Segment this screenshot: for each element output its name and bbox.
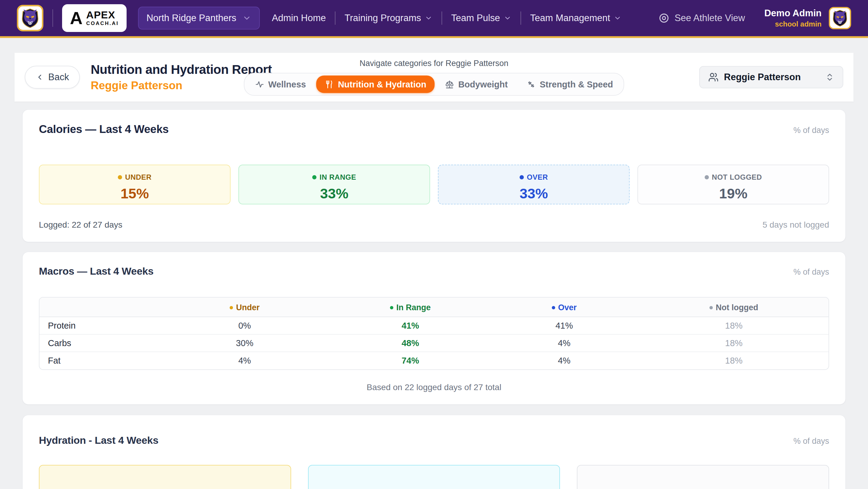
nav-separator — [335, 11, 336, 25]
not-logged-value: 19% — [638, 185, 829, 202]
team-selector-dropdown[interactable]: North Ridge Panthers — [138, 7, 260, 30]
column-header-under: Under — [158, 298, 332, 317]
nav-separator — [521, 11, 521, 25]
chevron-down-icon — [242, 13, 251, 23]
macros-unit-label: % of days — [793, 267, 829, 277]
team-selector-value: North Ridge Panthers — [147, 13, 236, 24]
category-navigation: Navigate categories for Reggie Patterson… — [244, 59, 624, 96]
nav-item-admin-home[interactable]: Admin Home — [272, 13, 326, 24]
nav-item-team-management[interactable]: Team Management — [530, 13, 621, 24]
activity-icon — [255, 80, 264, 89]
chevrons-up-down-icon — [825, 73, 834, 82]
chevron-down-icon — [614, 14, 621, 22]
macros-header-row: Under In Range Over Not logged — [39, 298, 829, 317]
athlete-selector-dropdown[interactable]: Reggie Patterson — [699, 66, 843, 88]
apex-a-mark: A — [70, 9, 82, 27]
hydration-card-under — [39, 465, 291, 489]
chevron-left-icon — [36, 73, 44, 82]
table-row-carbs: Carbs 30% 48% 4% 18% — [39, 334, 829, 352]
hydration-unit-label: % of days — [793, 436, 829, 446]
user-role-badge: school admin — [764, 20, 822, 28]
user-avatar[interactable] — [829, 7, 851, 29]
stat-card-not-logged: NOT LOGGED 19% — [638, 164, 829, 205]
nav-item-team-pulse[interactable]: Team Pulse — [451, 13, 512, 24]
panther-avatar-icon — [831, 9, 849, 27]
column-header-not-logged: Not logged — [639, 298, 829, 317]
brand-subtitle: COACH.AI — [86, 21, 119, 27]
user-info: Demo Admin school admin — [764, 8, 822, 28]
calories-stat-cards: UNDER 15% IN RANGE 33% OVER 33% NOT LOGG… — [39, 164, 829, 205]
under-value: 15% — [39, 185, 230, 202]
back-button[interactable]: Back — [25, 66, 80, 89]
report-header: Back Nutrition and Hydration Report Regg… — [14, 53, 854, 101]
tab-bodyweight[interactable]: Bodyweight — [436, 76, 516, 93]
not-logged-dot-icon — [705, 175, 709, 179]
category-tabbar: Wellness Nutrition & Hydration Bodyweigh… — [244, 73, 624, 96]
user-name: Demo Admin — [764, 8, 822, 19]
not-logged-summary: 5 days not logged — [763, 220, 829, 230]
see-athlete-view-button[interactable]: See Athlete View — [658, 12, 745, 24]
dumbbell-icon — [527, 80, 536, 89]
table-row-protein: Protein 0% 41% 41% 18% — [39, 317, 829, 334]
scale-icon — [445, 80, 454, 89]
nav-item-training-programs[interactable]: Training Programs — [344, 13, 433, 24]
stat-card-under: UNDER 15% — [39, 164, 230, 205]
tab-strength-speed[interactable]: Strength & Speed — [518, 76, 621, 93]
hydration-card-in-range — [308, 465, 560, 489]
eye-icon — [658, 12, 670, 24]
over-dot-icon — [552, 306, 555, 309]
apex-brand-badge[interactable]: A APEX COACH.AI — [62, 4, 127, 32]
column-header-over: Over — [489, 298, 639, 317]
top-navbar: A APEX COACH.AI North Ridge Panthers Adm… — [0, 0, 868, 38]
nav-links: Admin Home Training Programs Team Pulse … — [272, 11, 621, 25]
tab-wellness[interactable]: Wellness — [247, 76, 314, 93]
macros-section: Macros — Last 4 Weeks % of days Under In… — [22, 252, 846, 405]
macros-footnote: Based on 22 logged days of 27 total — [31, 383, 837, 392]
under-dot-icon — [230, 306, 233, 309]
not-logged-dot-icon — [710, 306, 713, 309]
hydration-stat-cards — [39, 465, 829, 489]
utensils-icon — [324, 80, 334, 89]
over-value: 33% — [438, 185, 629, 202]
table-row-fat: Fat 4% 74% 4% 18% — [39, 352, 829, 369]
over-dot-icon — [520, 175, 524, 179]
hydration-card-not-logged — [577, 465, 829, 489]
tab-nutrition-hydration[interactable]: Nutrition & Hydration — [316, 76, 435, 93]
team-logo[interactable] — [17, 5, 43, 31]
hydration-section: Hydration - Last 4 Weeks % of days — [22, 415, 846, 489]
chevron-down-icon — [504, 14, 512, 22]
nav-divider — [53, 9, 53, 27]
calories-unit-label: % of days — [793, 126, 829, 135]
macros-table: Under In Range Over Not logged Protein 0… — [39, 297, 829, 370]
macros-header-empty — [39, 298, 158, 317]
brand-name: APEX — [86, 10, 119, 21]
nav-right-cluster: See Athlete View Demo Admin school admin — [658, 7, 851, 29]
in-range-value: 33% — [239, 185, 430, 202]
panther-logo-icon — [20, 7, 41, 29]
column-header-in-range: In Range — [332, 298, 490, 317]
athlete-selector-value: Reggie Patterson — [724, 72, 820, 83]
stat-card-in-range: IN RANGE 33% — [239, 164, 430, 205]
hydration-title: Hydration - Last 4 Weeks — [39, 434, 158, 446]
stat-card-over: OVER 33% — [438, 164, 629, 205]
navigate-caption: Navigate categories for Reggie Patterson — [360, 59, 508, 68]
users-icon — [708, 72, 718, 82]
logged-summary: Logged: 22 of 27 days — [39, 220, 122, 230]
calories-section: Calories — Last 4 Weeks % of days UNDER … — [22, 110, 846, 242]
nav-separator — [441, 11, 442, 25]
in-range-dot-icon — [390, 306, 393, 309]
in-range-dot-icon — [312, 175, 316, 179]
calories-title: Calories — Last 4 Weeks — [39, 123, 168, 136]
under-dot-icon — [118, 175, 122, 179]
chevron-down-icon — [425, 14, 433, 22]
macros-title: Macros — Last 4 Weeks — [39, 265, 153, 277]
